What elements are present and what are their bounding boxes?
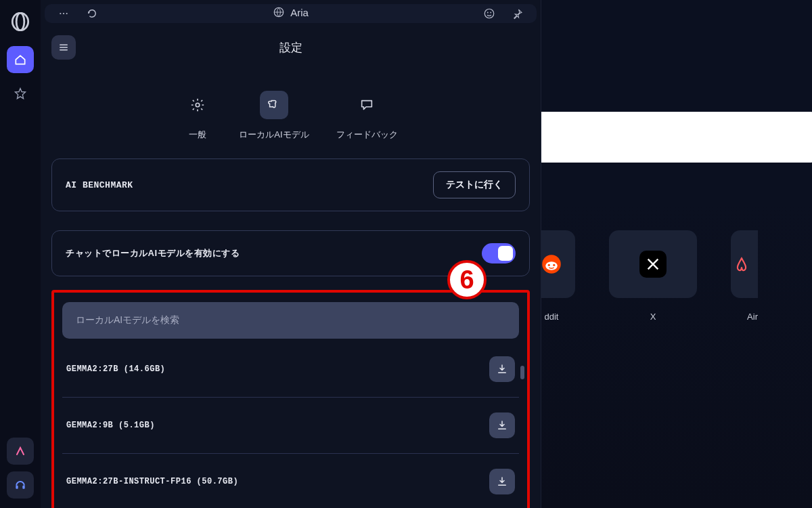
- svg-point-13: [487, 12, 489, 14]
- enable-local-toggle[interactable]: [482, 243, 516, 263]
- tab-label: フィードバック: [336, 129, 398, 141]
- benchmark-label: AI BENCHMARK: [66, 180, 133, 190]
- rail-home[interactable]: [7, 46, 34, 73]
- benchmark-button[interactable]: テストに行く: [433, 171, 516, 198]
- svg-point-15: [196, 103, 200, 107]
- svg-rect-2: [16, 486, 18, 489]
- settings-header: 設定: [41, 23, 541, 72]
- svg-rect-3: [22, 486, 24, 489]
- tab-label: 一般: [189, 129, 206, 141]
- settings-tabs: 一般 ローカルAIモデル フィードバック: [41, 72, 541, 149]
- speed-dial-label: X: [609, 312, 697, 322]
- tab-general[interactable]: 一般: [183, 91, 212, 141]
- svg-point-1: [16, 13, 24, 30]
- svg-point-9: [63, 13, 64, 14]
- panel-titlebar: Aria: [45, 4, 537, 23]
- app-rail: [0, 0, 41, 508]
- svg-point-10: [66, 13, 68, 14]
- emoji-icon[interactable]: [480, 4, 499, 23]
- model-row: GEMMA2:27B (14.6GB): [62, 341, 519, 398]
- svg-point-12: [484, 9, 494, 18]
- model-name: GEMMA2:27B (14.6GB): [66, 364, 165, 374]
- opera-logo-icon: [11, 12, 30, 31]
- rail-app-2[interactable]: [7, 471, 34, 499]
- speed-dial-label: Air: [731, 312, 758, 322]
- download-button[interactable]: [489, 356, 515, 382]
- speed-dial-background: ddit X Air: [541, 0, 812, 508]
- gear-icon: [183, 91, 212, 119]
- download-icon: [496, 419, 508, 431]
- svg-point-11: [274, 7, 284, 17]
- download-icon: [496, 363, 508, 375]
- tab-local-ai[interactable]: ローカルAIモデル: [239, 91, 309, 141]
- model-name: GEMMA2:27B-INSTRUCT-FP16 (50.7GB): [66, 477, 238, 486]
- scrollbar-thumb[interactable]: [520, 366, 524, 379]
- download-icon: [496, 475, 508, 488]
- enable-local-label: チャットでローカルAIモデルを有効にする: [66, 247, 240, 259]
- tab-feedback[interactable]: フィードバック: [336, 91, 398, 141]
- globe-icon: [273, 6, 285, 18]
- download-button[interactable]: [489, 412, 515, 438]
- svg-point-7: [553, 264, 555, 266]
- benchmark-card: AI BENCHMARK テストに行く: [51, 158, 530, 211]
- svg-point-14: [490, 12, 491, 14]
- download-button[interactable]: [489, 469, 515, 494]
- panel-title: Aria: [273, 6, 309, 18]
- annotation-callout: 6: [447, 260, 487, 299]
- speed-dial-tile-x[interactable]: [609, 230, 697, 298]
- panel-title-text: Aria: [290, 7, 309, 18]
- rail-bookmarks[interactable]: [7, 80, 34, 107]
- pin-icon[interactable]: [508, 4, 527, 23]
- model-row: GEMMA2:27B-INSTRUCT-FP16 (50.7GB): [62, 454, 519, 508]
- reload-icon[interactable]: [83, 4, 102, 23]
- model-list: GEMMA2:27B (14.6GB) GEMMA2:9B (5.1GB) GE…: [62, 341, 519, 508]
- model-name: GEMMA2:9B (5.1GB): [66, 421, 155, 430]
- svg-point-8: [60, 13, 61, 14]
- svg-point-6: [548, 264, 550, 266]
- settings-title: 設定: [41, 40, 541, 56]
- svg-point-0: [12, 13, 28, 30]
- model-row: GEMMA2:9B (5.1GB): [62, 398, 519, 454]
- model-search-input[interactable]: ローカルAIモデルを検索: [62, 302, 519, 339]
- models-section: ローカルAIモデルを検索 GEMMA2:27B (14.6GB) GEMMA2:…: [51, 290, 530, 508]
- aria-panel: Aria 設定 一般 ローカルAIモデル: [41, 0, 541, 508]
- puzzle-icon: [260, 91, 288, 119]
- speed-dial-tile-airbnb[interactable]: [731, 230, 758, 298]
- chat-icon: [353, 91, 381, 119]
- tab-label: ローカルAIモデル: [239, 129, 309, 141]
- rail-app-1[interactable]: [7, 438, 34, 465]
- more-icon[interactable]: [54, 4, 73, 23]
